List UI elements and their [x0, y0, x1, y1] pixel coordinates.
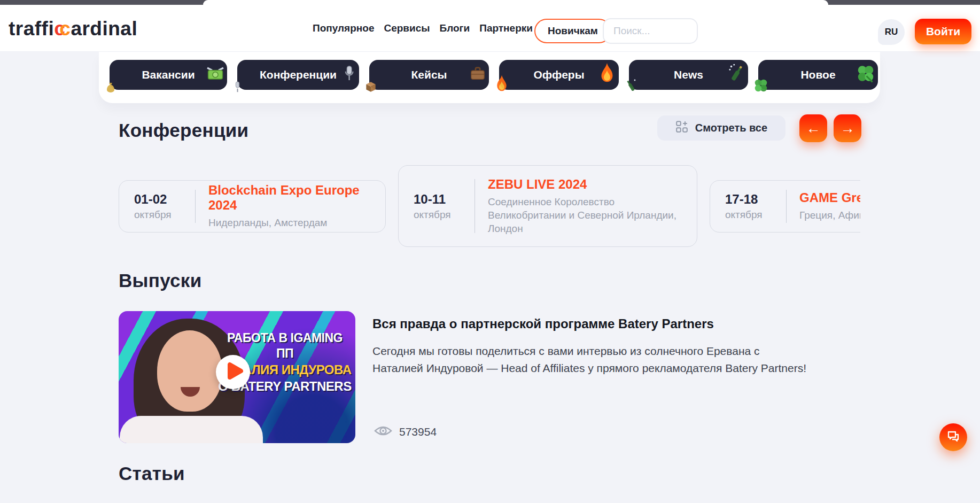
nav-blogs[interactable]: Блоги: [440, 22, 470, 34]
carousel-next-button[interactable]: →: [834, 114, 861, 142]
category-label: Кейсы: [411, 68, 447, 81]
conference-month: октября: [725, 209, 773, 221]
logo-c-orange: c: [59, 18, 71, 40]
conference-month: октября: [134, 209, 182, 221]
clover-icon: [753, 78, 769, 96]
conference-location: Греция, Афины: [799, 208, 860, 222]
categories-row: Вакансии Конференции Кейсы: [110, 60, 878, 90]
site-logo[interactable]: trafficcardinal: [9, 18, 137, 40]
category-label: Офферы: [533, 68, 584, 81]
grid-plus-icon: [675, 120, 688, 136]
divider: [475, 179, 475, 233]
conference-card[interactable]: 17-18 октября GAME Greece Греция, Афины: [710, 180, 860, 233]
arrow-right-icon: →: [841, 120, 855, 137]
category-label: News: [674, 68, 703, 81]
nav-partners[interactable]: Партнерки: [479, 22, 533, 34]
video-description-line: Сегодня мы готовы поделиться с вами инте…: [372, 343, 869, 360]
arrow-left-icon: ←: [806, 120, 821, 137]
briefcase-icon: [469, 66, 487, 84]
champagne-icon: [728, 63, 746, 87]
conference-name-link[interactable]: ZEBU LIVE 2024: [488, 177, 680, 192]
logo-text: ardinal: [71, 18, 137, 40]
views-count: 573954: [399, 425, 437, 438]
package-box-icon: [364, 80, 378, 96]
conference-name-link[interactable]: Blockchain Expo Europe 2024: [208, 183, 380, 213]
clover-icon: [855, 64, 876, 87]
conference-dates: 01-02: [134, 192, 182, 207]
conference-location: Соединенное Королевство Великобритании и…: [488, 195, 680, 235]
browser-tab-strip: [0, 0, 980, 5]
conferences-carousel: 01-02 октября Blockchain Expo Europe 202…: [119, 160, 860, 254]
category-cases[interactable]: Кейсы: [369, 60, 489, 90]
conference-month: октября: [414, 209, 462, 221]
view-all-button[interactable]: Смотреть все: [657, 115, 785, 141]
money-bag-icon: [104, 81, 117, 96]
thumbnail-person-face: [157, 330, 222, 412]
language-switcher[interactable]: RU: [878, 19, 905, 45]
video-description: Сегодня мы готовы поделиться с вами инте…: [372, 343, 869, 376]
nav-newbies-button[interactable]: Новичкам: [534, 19, 611, 43]
microphone-icon: [341, 65, 357, 86]
nav-services[interactable]: Сервисы: [384, 22, 430, 34]
video-thumbnail[interactable]: РАБОТА В IGAMING ПП НАТАЛИЯ ИНДУРОВА О B…: [119, 311, 355, 443]
divider: [786, 190, 787, 223]
conference-date: 17-18 октября: [725, 192, 773, 221]
conference-card[interactable]: 01-02 октября Blockchain Expo Europe 202…: [119, 180, 386, 233]
conference-date: 10-11 октября: [414, 192, 462, 221]
play-button[interactable]: [216, 355, 250, 389]
category-conferences[interactable]: Конференции: [237, 60, 359, 90]
category-vacancies[interactable]: Вакансии: [110, 60, 227, 90]
conference-date: 01-02 октября: [134, 192, 182, 221]
views-counter: 573954: [374, 424, 437, 440]
chat-icon: [946, 429, 961, 446]
divider: [195, 190, 196, 223]
main-nav: Популярное Сервисы Блоги Партнерки: [313, 5, 533, 52]
categories-band: Вакансии Конференции Кейсы: [99, 52, 880, 103]
category-new[interactable]: Новое: [758, 60, 878, 90]
conference-name-link[interactable]: GAME Greece: [799, 190, 860, 205]
conference-card[interactable]: 10-11 октября ZEBU LIVE 2024 Соединенное…: [398, 165, 697, 247]
chat-fab-button[interactable]: [939, 423, 967, 451]
conference-dates: 10-11: [414, 192, 462, 207]
page: trafficcardinal Популярное Сервисы Блоги…: [0, 0, 980, 503]
category-offers[interactable]: Офферы: [499, 60, 619, 90]
eye-icon: [374, 424, 392, 440]
category-label: Конференции: [260, 68, 337, 81]
logo-text: traffi: [9, 18, 54, 40]
thumbnail-person-shirt: [120, 416, 263, 443]
episodes-title: Выпуски: [119, 270, 202, 291]
champagne-icon: [624, 78, 637, 96]
conference-dates: 17-18: [725, 192, 773, 207]
category-label: Вакансии: [142, 68, 195, 81]
browser-active-tab: [203, 0, 828, 5]
articles-title: Статьи: [119, 463, 185, 484]
conference-location: Нидерланды, Амстердам: [208, 216, 380, 229]
microphone-icon: [232, 81, 244, 96]
search-input[interactable]: [603, 18, 698, 44]
play-icon: [216, 354, 250, 390]
category-news[interactable]: News: [629, 60, 748, 90]
fire-icon: [494, 74, 510, 96]
video-description-line: Наталией Индуровой — Head of Affiliates …: [372, 360, 869, 377]
conferences-title: Конференции: [119, 120, 248, 141]
nav-popular[interactable]: Популярное: [313, 22, 374, 34]
video-title-link[interactable]: Вся правда о партнерской программе Bater…: [372, 316, 714, 331]
category-label: Новое: [800, 68, 835, 81]
carousel-prev-button[interactable]: ←: [799, 114, 827, 142]
fire-icon: [597, 63, 617, 88]
header: trafficcardinal Популярное Сервисы Блоги…: [0, 5, 980, 52]
money-with-wings-icon: [206, 66, 225, 84]
view-all-label: Смотреть все: [695, 122, 767, 134]
login-button[interactable]: Войти: [915, 19, 971, 44]
